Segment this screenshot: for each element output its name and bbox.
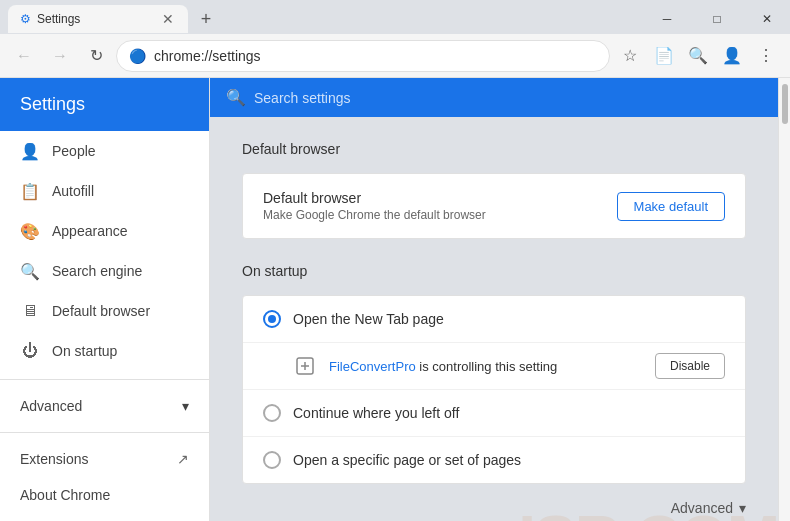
address-bar[interactable]: 🔵 chrome://settings — [116, 40, 610, 72]
close-button[interactable]: ✕ — [744, 3, 790, 35]
sidebar-divider — [0, 379, 209, 380]
extension-name[interactable]: FileConvertPro — [329, 359, 416, 374]
search-icon: 🔍 — [226, 88, 246, 107]
tab-settings-icon: ⚙ — [20, 12, 31, 26]
extension-notice-row: FileConvertPro is controlling this setti… — [243, 343, 745, 390]
startup-option-specific[interactable]: Open a specific page or set of pages — [243, 437, 745, 483]
menu-button[interactable]: ⋮ — [750, 40, 782, 72]
startup-label-specific: Open a specific page or set of pages — [293, 452, 521, 468]
advanced-chevron-icon: ▾ — [182, 398, 189, 414]
extensions-external-icon: ↗ — [177, 451, 189, 467]
startup-option-new-tab[interactable]: Open the New Tab page — [243, 296, 745, 343]
startup-section-title: On startup — [242, 263, 746, 279]
sidebar-label-search-engine: Search engine — [52, 263, 142, 279]
radio-new-tab[interactable] — [263, 310, 281, 328]
sidebar-item-people[interactable]: 👤 People — [0, 131, 209, 171]
startup-card: Open the New Tab page FileConvertPro is … — [242, 295, 746, 484]
bottom-chevron-icon: ▾ — [739, 500, 746, 516]
disable-extension-button[interactable]: Disable — [655, 353, 725, 379]
startup-label-new-tab: Open the New Tab page — [293, 311, 444, 327]
default-browser-icon: 🖥 — [20, 301, 40, 321]
appearance-icon: 🎨 — [20, 221, 40, 241]
search-engine-icon: 🔍 — [20, 261, 40, 281]
forward-button[interactable]: → — [44, 40, 76, 72]
autofill-icon: 📋 — [20, 181, 40, 201]
bottom-advanced[interactable]: Advanced ▾ — [242, 484, 746, 521]
site-icon: 🔵 — [129, 48, 146, 64]
sidebar-label-appearance: Appearance — [52, 223, 128, 239]
advanced-label: Advanced — [20, 398, 82, 414]
people-icon: 👤 — [20, 141, 40, 161]
extension-text: FileConvertPro is controlling this setti… — [329, 359, 643, 374]
startup-option-continue[interactable]: Continue where you left off — [243, 390, 745, 437]
new-tab-button[interactable]: + — [192, 5, 220, 33]
sidebar-label-default-browser: Default browser — [52, 303, 150, 319]
tab-close-button[interactable]: ✕ — [160, 11, 176, 27]
sidebar-title: Settings — [20, 94, 85, 114]
sidebar-label-people: People — [52, 143, 96, 159]
sidebar: Settings 👤 People 📋 Autofill 🎨 Appearanc… — [0, 78, 210, 521]
sidebar-label-on-startup: On startup — [52, 343, 117, 359]
sidebar-item-on-startup[interactable]: ⏻ On startup — [0, 331, 209, 371]
sidebar-item-appearance[interactable]: 🎨 Appearance — [0, 211, 209, 251]
make-default-button[interactable]: Make default — [617, 192, 725, 221]
extensions-label: Extensions — [20, 451, 88, 467]
tab-title: Settings — [37, 12, 80, 26]
profile-button[interactable]: 👤 — [716, 40, 748, 72]
sidebar-item-search-engine[interactable]: 🔍 Search engine — [0, 251, 209, 291]
bottom-advanced-label: Advanced — [671, 500, 733, 516]
sidebar-item-about-chrome[interactable]: About Chrome — [0, 477, 209, 513]
default-browser-card: Default browser Make Google Chrome the d… — [242, 173, 746, 239]
minimize-button[interactable]: ─ — [644, 3, 690, 35]
default-browser-card-subtitle: Make Google Chrome the default browser — [263, 208, 617, 222]
scrollbar-thumb[interactable] — [782, 84, 788, 124]
sidebar-divider-2 — [0, 432, 209, 433]
address-text: chrome://settings — [154, 48, 261, 64]
restore-button[interactable]: □ — [694, 3, 740, 35]
main-content: 🔍 ISR.COM Default browser Default browse… — [210, 78, 778, 521]
default-browser-card-title: Default browser — [263, 190, 617, 206]
zoom-button[interactable]: 🔍 — [682, 40, 714, 72]
search-input[interactable] — [254, 90, 762, 106]
advanced-section[interactable]: Advanced ▾ — [0, 388, 209, 424]
extension-notice: is controlling this setting — [416, 359, 558, 374]
sidebar-item-default-browser[interactable]: 🖥 Default browser — [0, 291, 209, 331]
radio-specific[interactable] — [263, 451, 281, 469]
sidebar-label-autofill: Autofill — [52, 183, 94, 199]
sidebar-header: Settings — [0, 78, 209, 131]
scrollbar[interactable] — [778, 78, 790, 521]
bookmark-button[interactable]: ☆ — [614, 40, 646, 72]
search-bar: 🔍 — [210, 78, 778, 117]
startup-label-continue: Continue where you left off — [293, 405, 459, 421]
save-button[interactable]: 📄 — [648, 40, 680, 72]
default-browser-section-title: Default browser — [242, 141, 746, 157]
extension-icon — [293, 354, 317, 378]
back-button[interactable]: ← — [8, 40, 40, 72]
sidebar-item-autofill[interactable]: 📋 Autofill — [0, 171, 209, 211]
about-chrome-label: About Chrome — [20, 487, 110, 503]
radio-continue[interactable] — [263, 404, 281, 422]
extensions-item[interactable]: Extensions ↗ — [0, 441, 209, 477]
reload-button[interactable]: ↻ — [80, 40, 112, 72]
on-startup-icon: ⏻ — [20, 341, 40, 361]
active-tab[interactable]: ⚙ Settings ✕ — [8, 5, 188, 33]
